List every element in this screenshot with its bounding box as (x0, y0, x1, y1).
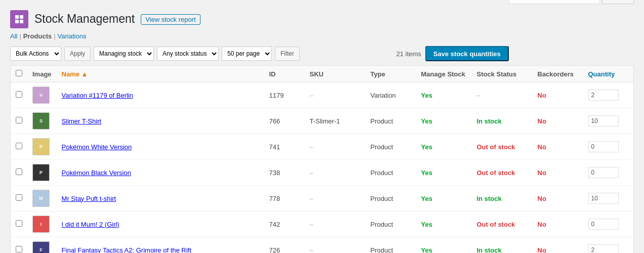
row-manage-stock-cell: Yes (416, 237, 472, 254)
toolbar-right: 21 items Save stock quantities (396, 46, 509, 61)
quantity-input[interactable] (588, 115, 619, 126)
product-image: S (32, 112, 50, 130)
product-name-link[interactable]: Slimer T-Shirt (62, 117, 102, 125)
row-image-cell: M (27, 186, 57, 212)
row-checkbox[interactable] (16, 117, 22, 123)
row-checkbox-cell (11, 160, 28, 186)
row-image-cell: F (27, 237, 57, 254)
row-checkbox[interactable] (16, 246, 22, 252)
col-header-name[interactable]: Name ▲ (57, 66, 264, 82)
row-checkbox-cell (11, 237, 28, 254)
row-quantity-cell (583, 82, 634, 108)
product-image: I (32, 216, 50, 233)
row-type-cell: Variation (366, 82, 416, 108)
row-checkbox[interactable] (16, 143, 22, 149)
row-id-cell: 741 (264, 134, 305, 160)
table-row: P Pokémon Black Version 738 – Product Ye… (11, 160, 634, 186)
svg-rect-1 (20, 15, 23, 19)
per-page-select[interactable]: 50 per page (222, 47, 272, 61)
view-stock-report-link[interactable]: View stock report (141, 14, 200, 25)
quantity-input[interactable] (588, 90, 619, 101)
row-name-cell: Mr Stay Puft t-shirt (57, 186, 264, 212)
save-stock-button[interactable]: Save stock quantities (425, 46, 509, 61)
row-checkbox-cell (11, 212, 28, 237)
quantity-input[interactable] (588, 167, 619, 178)
page-title: Stock Management (34, 12, 135, 27)
row-quantity-cell (583, 186, 634, 212)
product-name-link[interactable]: Pokémon White Version (62, 143, 132, 151)
items-count: 21 items (396, 50, 421, 58)
nav-variations-link[interactable]: Variations (58, 32, 87, 40)
col-header-quantity: Quantity (583, 66, 634, 82)
product-image: P (32, 138, 50, 155)
row-name-cell: Final Fantasy Tactics A2: Grimoire of th… (57, 237, 264, 254)
quantity-input[interactable] (588, 219, 619, 230)
name-sort-link[interactable]: Name ▲ (62, 70, 88, 78)
row-manage-stock-cell: Yes (416, 82, 472, 108)
row-id-cell: 726 (264, 237, 305, 254)
product-name-link[interactable]: Pokémon Black Version (62, 169, 131, 177)
product-name-link[interactable]: Mr Stay Puft t-shirt (62, 195, 116, 202)
row-name-cell: Slimer T-Shirt (57, 108, 264, 134)
row-sku-cell: – (305, 160, 366, 186)
col-header-image: Image (27, 66, 57, 82)
filter-button[interactable]: Filter (275, 47, 300, 61)
quantity-input[interactable] (588, 193, 619, 204)
stock-status-select[interactable]: Any stock status (157, 47, 219, 61)
sub-navigation: All | Products | Variations (10, 32, 509, 40)
search-input[interactable] (509, 0, 600, 4)
row-type-cell: Product (366, 108, 416, 134)
row-sku-cell: – (305, 186, 366, 212)
row-sku-cell: – (305, 237, 366, 254)
row-stock-status-cell: In stock (472, 237, 533, 254)
row-backorders-cell: No (533, 108, 583, 134)
nav-products-link[interactable]: Products (23, 32, 52, 40)
row-checkbox[interactable] (16, 91, 22, 98)
row-checkbox[interactable] (16, 194, 22, 201)
quantity-input[interactable] (588, 244, 619, 253)
product-name-link[interactable]: I did it Mum! 2 (Girl) (62, 221, 119, 228)
product-name-link[interactable]: Final Fantasy Tactics A2: Grimoire of th… (62, 246, 191, 254)
search-box: Search (509, 0, 634, 4)
product-image: V (32, 87, 50, 104)
svg-rect-0 (15, 15, 19, 19)
col-header-checkbox (11, 66, 28, 82)
select-all-checkbox[interactable] (16, 70, 22, 76)
row-quantity-cell (583, 212, 634, 237)
row-stock-status-cell: Out of stock (472, 212, 533, 237)
row-manage-stock-cell: Yes (416, 212, 472, 237)
row-backorders-cell: No (533, 82, 583, 108)
apply-button[interactable]: Apply (64, 47, 91, 61)
product-name-link[interactable]: Variation #1179 of Berlin (62, 92, 133, 99)
nav-all-link[interactable]: All (10, 32, 17, 40)
table-row: P Pokémon White Version 741 – Product Ye… (11, 134, 634, 160)
product-image: M (32, 190, 50, 207)
toolbar-left: Bulk Actions Apply Managing stock Any st… (10, 47, 393, 61)
row-checkbox[interactable] (16, 220, 22, 227)
table-row: S Slimer T-Shirt 766 T-Slimer-1 Product … (11, 108, 634, 134)
row-id-cell: 1179 (264, 82, 305, 108)
col-header-sku: SKU (305, 66, 366, 82)
col-header-id: ID (264, 66, 305, 82)
row-quantity-cell (583, 134, 634, 160)
row-checkbox-cell (11, 134, 28, 160)
row-backorders-cell: No (533, 134, 583, 160)
row-type-cell: Product (366, 212, 416, 237)
managing-stock-select[interactable]: Managing stock (94, 47, 154, 61)
row-sku-cell: – (305, 82, 366, 108)
toolbar: Bulk Actions Apply Managing stock Any st… (10, 46, 509, 61)
row-backorders-cell: No (533, 212, 583, 237)
row-quantity-cell (583, 237, 634, 254)
search-button[interactable]: Search (602, 0, 634, 4)
quantity-input[interactable] (588, 141, 619, 152)
row-backorders-cell: No (533, 237, 583, 254)
row-stock-status-cell: Out of stock (472, 134, 533, 160)
nav-sep-2: | (54, 32, 55, 40)
row-checkbox-cell (11, 82, 28, 108)
row-manage-stock-cell: Yes (416, 186, 472, 212)
row-type-cell: Product (366, 134, 416, 160)
bulk-actions-select[interactable]: Bulk Actions (10, 47, 61, 61)
col-header-stock-status: Stock Status (472, 66, 533, 82)
row-checkbox[interactable] (16, 168, 22, 175)
row-image-cell: V (27, 82, 57, 108)
